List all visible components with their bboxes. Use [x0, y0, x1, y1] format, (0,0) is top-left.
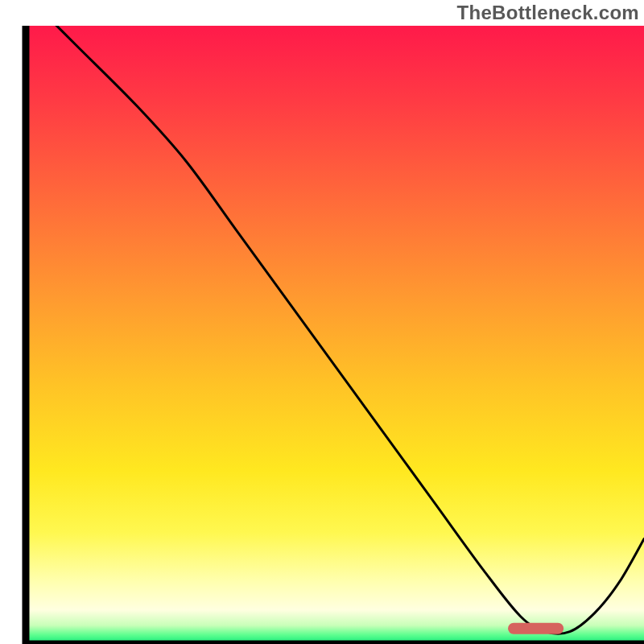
- gradient-background: [26, 26, 644, 644]
- plot-area: [26, 0, 644, 644]
- optimal-marker: [508, 623, 564, 634]
- bottleneck-chart: [0, 0, 644, 644]
- chart-container: TheBottleneck.com: [0, 0, 644, 644]
